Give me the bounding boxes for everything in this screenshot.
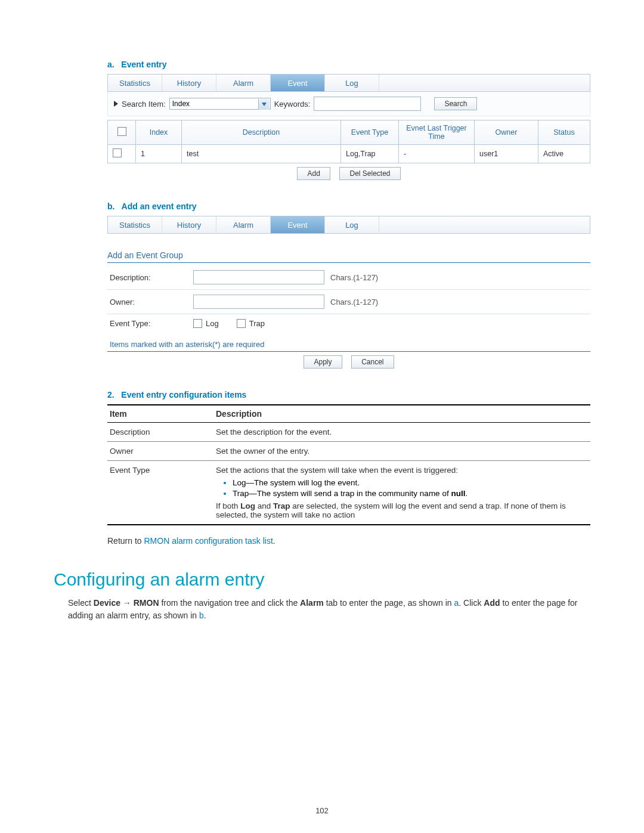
input-owner[interactable] (193, 295, 324, 309)
col-trigger-time: Evnet Last Trigger Time (399, 120, 475, 145)
bullet-log: Log—The system will log the event. (233, 478, 588, 487)
col-index: Index (136, 120, 182, 145)
row-checkbox[interactable] (113, 148, 122, 157)
input-description[interactable] (193, 270, 324, 284)
checkbox-trap-label: Trap (249, 319, 265, 328)
link-b[interactable]: b (199, 611, 204, 620)
del-selected-button[interactable]: Del Selected (339, 167, 400, 180)
triangle-icon (114, 101, 118, 107)
header-checkbox[interactable] (117, 127, 126, 136)
apply-button[interactable]: Apply (304, 355, 342, 368)
hint-owner: Chars.(1-127) (330, 298, 378, 306)
tabstrip-empty (379, 75, 590, 91)
col-status: Status (538, 120, 590, 145)
tab-log-b[interactable]: Log (325, 216, 379, 233)
keywords-label: Keywords: (274, 100, 311, 109)
tabstrip-b: Statistics History Alarm Event Log (107, 216, 590, 234)
label-event-type: Event Type: (110, 319, 193, 328)
section-2-heading: 2. Event entry configuration items (54, 390, 590, 400)
required-note: Items marked with an asterisk(*) are req… (107, 333, 590, 352)
col-description: Description (182, 120, 341, 145)
col-event-type: Event Type (341, 120, 399, 145)
page-number: 102 (0, 806, 644, 815)
search-bar: Search Item: Index Keywords: Search (107, 92, 590, 116)
config-items-table: Item Description Description Set the des… (107, 404, 590, 525)
label-description: Description: (110, 273, 193, 282)
add-button[interactable]: Add (297, 167, 330, 180)
hint-description: Chars.(1-127) (330, 273, 378, 282)
search-item-label: Search Item: (122, 100, 166, 109)
section-a-heading: a. Event entry (54, 60, 590, 69)
col-owner: Owner (475, 120, 538, 145)
tab-event-b[interactable]: Event (271, 216, 325, 233)
tab-alarm[interactable]: Alarm (216, 75, 271, 91)
tabstrip-empty-b (379, 216, 590, 233)
tab-statistics-b[interactable]: Statistics (108, 216, 162, 233)
event-table: Index Description Event Type Evnet Last … (107, 120, 590, 163)
keywords-input[interactable] (314, 97, 421, 111)
label-owner: Owner: (110, 298, 193, 306)
checkbox-trap[interactable] (237, 319, 246, 328)
checkbox-log-label: Log (206, 319, 219, 328)
return-link[interactable]: RMON alarm configuration task list (144, 536, 273, 546)
checkbox-log[interactable] (193, 319, 202, 328)
tab-alarm-b[interactable]: Alarm (216, 216, 271, 233)
tab-event[interactable]: Event (271, 75, 325, 91)
search-item-select[interactable]: Index (169, 98, 271, 110)
intro-paragraph: Select Device → RMON from the navigation… (54, 597, 590, 622)
tab-statistics[interactable]: Statistics (108, 75, 162, 91)
tabstrip-a: Statistics History Alarm Event Log (107, 74, 590, 92)
return-line: Return to RMON alarm configuration task … (107, 536, 590, 546)
tab-history[interactable]: History (162, 75, 216, 91)
search-button[interactable]: Search (434, 97, 477, 110)
cfg-col-item: Item (107, 405, 213, 423)
table-row: 1 test Log,Trap - user1 Active (108, 145, 590, 163)
tab-history-b[interactable]: History (162, 216, 216, 233)
page-title: Configuring an alarm entry (54, 569, 590, 590)
cancel-button[interactable]: Cancel (351, 355, 394, 368)
bullet-trap: Trap—The system will send a trap in the … (233, 489, 588, 498)
form-title: Add an Event Group (107, 250, 590, 263)
section-b-heading: b. Add an event entry (54, 202, 590, 211)
tab-log[interactable]: Log (325, 75, 379, 91)
cfg-col-desc: Description (213, 405, 590, 423)
